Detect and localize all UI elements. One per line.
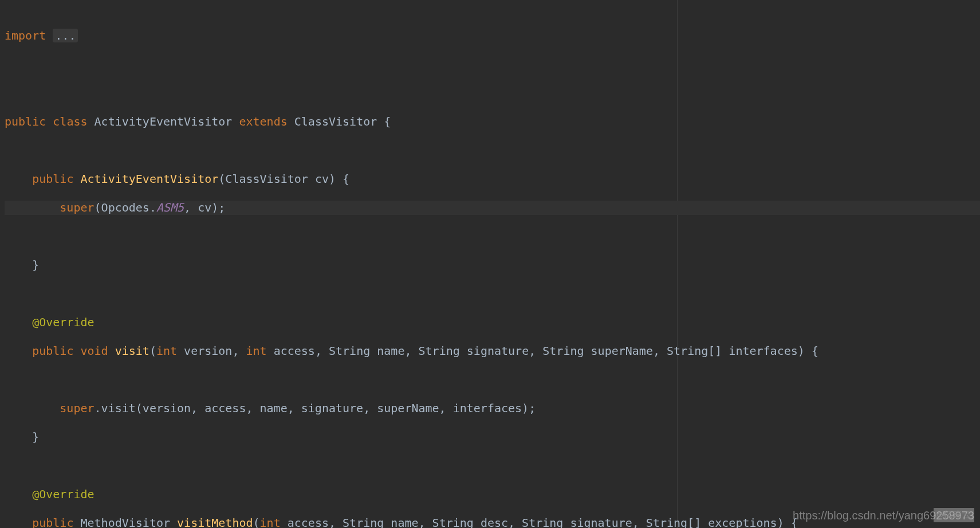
- superclass-name: ClassVisitor: [294, 115, 377, 128]
- param-type: ClassVisitor: [225, 172, 308, 186]
- public-keyword: public: [32, 172, 73, 186]
- highlighted-line: super(Opcodes.ASM5, cv);: [5, 201, 980, 215]
- super-end: , cv);: [184, 201, 225, 214]
- visitmethod-sig: (int access, String name, String desc, S…: [253, 516, 798, 528]
- super-keyword: super: [60, 401, 94, 415]
- brace: {: [384, 115, 391, 128]
- visit-call: .visit(version, access, name, signature,…: [95, 401, 536, 415]
- void-keyword: void: [80, 344, 108, 358]
- visit-method: visit: [115, 344, 149, 358]
- param-name: cv: [315, 172, 329, 186]
- public-keyword: public: [32, 516, 73, 528]
- return-type: MethodVisitor: [80, 516, 170, 528]
- public-keyword: public: [5, 115, 46, 128]
- paren: (: [218, 172, 225, 186]
- code-editor[interactable]: import ... public class ActivityEventVis…: [0, 0, 980, 528]
- close-brace: }: [32, 258, 39, 272]
- constructor-name: ActivityEventVisitor: [80, 172, 218, 186]
- visit-sig: (int version, int access, String name, S…: [149, 344, 818, 358]
- import-fold[interactable]: ...: [53, 29, 78, 42]
- import-keyword: import: [5, 29, 46, 42]
- asm5-constant: ASM5: [156, 201, 184, 214]
- public-keyword: public: [32, 344, 73, 358]
- paren-close: ) {: [329, 172, 349, 186]
- override-annotation: @Override: [32, 315, 94, 329]
- extends-keyword: extends: [239, 115, 287, 128]
- super-keyword: super: [60, 201, 94, 214]
- class-keyword: class: [53, 115, 87, 128]
- visitmethod-method: visitMethod: [177, 516, 253, 528]
- override-annotation: @Override: [32, 487, 94, 501]
- watermark-logo: ∞亿速云: [934, 508, 974, 522]
- close-brace: }: [32, 430, 39, 444]
- super-args: (Opcodes.: [95, 201, 156, 214]
- class-name: ActivityEventVisitor: [95, 115, 233, 128]
